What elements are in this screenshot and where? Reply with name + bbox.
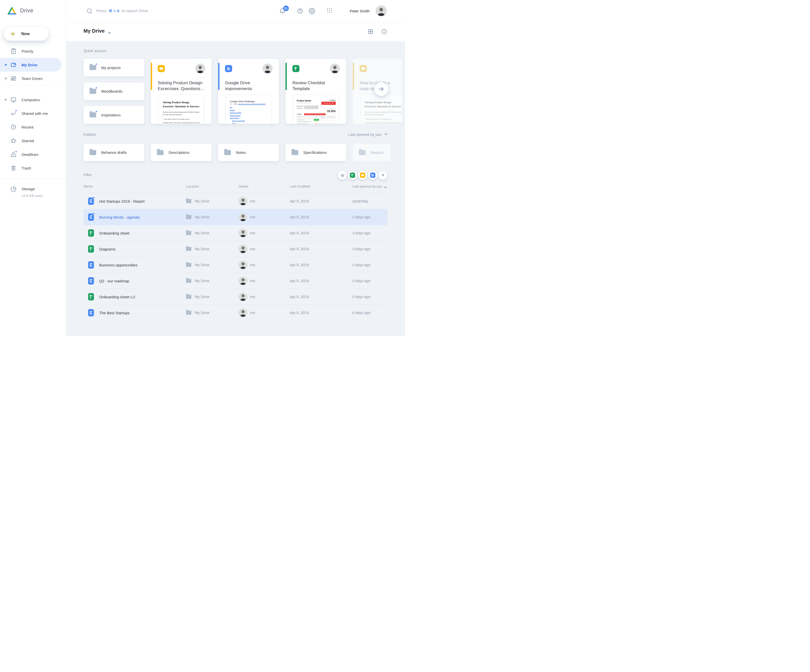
- table-row[interactable]: Q2 - our roadmap My Drive me Apr 9, 2019…: [84, 273, 387, 289]
- file-owner: me: [250, 247, 255, 251]
- folder-card-reports[interactable]: Reports: [353, 144, 390, 161]
- notification-dot: [95, 87, 98, 89]
- filter-slides-button[interactable]: [358, 171, 367, 180]
- file-modified: Apr 9, 2019: [290, 311, 309, 315]
- folder-card-notes[interactable]: Notes: [218, 144, 279, 161]
- sidebar-item-shared-with-me[interactable]: Shared with me: [0, 106, 66, 120]
- plus-icon: [10, 31, 16, 37]
- folders-sort-dropdown[interactable]: Last opened by you: [348, 132, 387, 136]
- file-opened: 6 days ago: [353, 311, 370, 315]
- storage-usage: 12.9 GB used: [22, 194, 42, 198]
- sidebar-nav: Priority My Drive Team Drives: [0, 44, 66, 179]
- expand-caret-icon[interactable]: [5, 77, 8, 80]
- quick-folder-my-projects[interactable]: My projects: [84, 59, 144, 76]
- column-last-modified[interactable]: Last modified: [290, 184, 310, 188]
- column-name[interactable]: Name: [84, 184, 93, 188]
- notification-dot: [15, 150, 17, 153]
- table-row[interactable]: Business opportunities My Drive me Apr 9…: [84, 257, 387, 273]
- table-row[interactable]: Onboarding sheet v.2 My Drive me Apr 9, …: [84, 289, 387, 305]
- folder-name: My projects: [101, 66, 121, 70]
- filter-more-button[interactable]: [378, 171, 387, 180]
- quick-folder-inspirations[interactable]: Inspirations: [84, 106, 144, 124]
- sidebar-item-my-drive[interactable]: My Drive: [0, 58, 61, 72]
- settings-gear-icon[interactable]: [309, 8, 315, 14]
- sidebar-item-priority[interactable]: Priority: [0, 44, 66, 58]
- file-location: My Drive: [195, 279, 209, 283]
- file-opened: 3 days ago: [353, 231, 370, 235]
- page-title[interactable]: My Drive: [84, 28, 105, 34]
- folder-name: Descriptions: [169, 150, 190, 155]
- card-accent-stripe: [218, 63, 219, 90]
- table-row-selected[interactable]: Burning Minds - agenda My Drive me Apr 9…: [84, 209, 387, 225]
- quick-folder-moodboards[interactable]: Moodboards: [84, 83, 144, 100]
- file-name: Onboarding sheet v.2: [99, 295, 135, 299]
- sidebar-item-label: Starred: [22, 139, 34, 143]
- search-input[interactable]: Press ⌘ + S to search Drive: [86, 8, 148, 14]
- arrow-right-icon: [378, 86, 385, 93]
- folders-label: Folders: [84, 132, 96, 136]
- folder-icon: [89, 150, 96, 155]
- filter-starred-button[interactable]: [338, 171, 347, 180]
- file-location: My Drive: [195, 247, 209, 251]
- file-name: Q2 - our roadmap: [99, 279, 129, 283]
- expand-caret-icon[interactable]: [5, 98, 8, 101]
- folder-icon: [89, 65, 96, 70]
- help-icon[interactable]: [297, 8, 303, 14]
- sidebar-item-team-drives[interactable]: Team Drives: [0, 72, 66, 85]
- folder-name: Specifications: [303, 150, 327, 155]
- new-button[interactable]: New: [3, 27, 49, 41]
- sidebar-item-computers[interactable]: Computers: [0, 93, 66, 106]
- avatar[interactable]: [376, 5, 387, 17]
- quick-card-review-checklist[interactable]: Review Checklist Template Project Name P…: [285, 59, 346, 124]
- user-name: Peter Smith: [350, 9, 370, 13]
- filter-docs-button[interactable]: [368, 171, 377, 180]
- filter-sheets-button[interactable]: [348, 171, 357, 180]
- notification-dot: [95, 63, 98, 65]
- folder-icon: [186, 279, 191, 283]
- avatar: [238, 244, 248, 254]
- folder-card-specifications[interactable]: Specifications: [285, 144, 346, 161]
- card-accent-stripe: [151, 63, 152, 90]
- sidebar-item-storage[interactable]: Storage 12.9 GB used: [0, 184, 66, 195]
- scroll-right-button[interactable]: [375, 82, 388, 96]
- expand-caret-icon[interactable]: [5, 64, 8, 66]
- folder-icon: [89, 112, 96, 117]
- drive-logo[interactable]: Drive: [7, 7, 66, 15]
- folder-card-behance-drafts[interactable]: Behance drafts: [84, 144, 144, 161]
- shared-with-me-icon: [10, 110, 17, 116]
- sidebar-item-deadlines[interactable]: Deadlines: [0, 148, 66, 161]
- sidebar-item-recent[interactable]: Recent: [0, 120, 66, 134]
- sidebar-item-label: Recent: [22, 125, 34, 129]
- quick-card-solving-product-design[interactable]: Solving Product Design Excercises: Quest…: [151, 59, 212, 124]
- search-icon: [86, 8, 93, 14]
- sheets-icon: [292, 65, 299, 72]
- table-row[interactable]: The Best Startups My Drive me Apr 9, 201…: [84, 305, 387, 321]
- file-location: My Drive: [195, 263, 209, 267]
- table-row[interactable]: Hot Startups 2019 - Report My Drive me A…: [84, 193, 387, 209]
- sheets-icon: [88, 293, 94, 301]
- table-header: Name Location Owner Last modified Last o…: [66, 184, 405, 190]
- grid-view-icon[interactable]: [368, 29, 374, 35]
- spreadsheet-preview: Project Name Peer Design Project Review …: [294, 95, 338, 124]
- sort-caret-icon[interactable]: [384, 185, 387, 189]
- folder-card-descriptions[interactable]: Descriptions: [151, 144, 212, 161]
- file-name: Diagrams: [99, 247, 115, 251]
- folder-name: Notes: [236, 150, 246, 155]
- search-placeholder: Press ⌘ + S to search Drive: [96, 8, 148, 13]
- quick-card-google-drive-improvements[interactable]: Google Drive improvements Google Drive R…: [218, 59, 279, 124]
- warning-icon: [10, 151, 17, 157]
- sidebar-item-trash[interactable]: Trash: [0, 161, 66, 175]
- chevron-down-icon[interactable]: [108, 30, 111, 35]
- column-location[interactable]: Location: [186, 184, 199, 188]
- notifications-bell-icon[interactable]: 21: [279, 8, 285, 14]
- table-row[interactable]: Diagrams My Drive me Apr 9, 2019 3 days …: [84, 241, 387, 257]
- column-last-opened[interactable]: Last opened by you: [353, 184, 382, 188]
- notification-count-badge: 21: [283, 5, 289, 11]
- sheets-icon: [88, 229, 94, 237]
- info-icon[interactable]: [381, 29, 387, 35]
- apps-grid-icon[interactable]: [326, 7, 332, 15]
- card-title: Review Checklist Template: [292, 80, 341, 92]
- column-owner[interactable]: Owner: [238, 184, 248, 188]
- sidebar-item-starred[interactable]: Starred: [0, 134, 66, 148]
- table-row[interactable]: Onboarding sheet My Drive me Apr 9, 2019…: [84, 225, 387, 241]
